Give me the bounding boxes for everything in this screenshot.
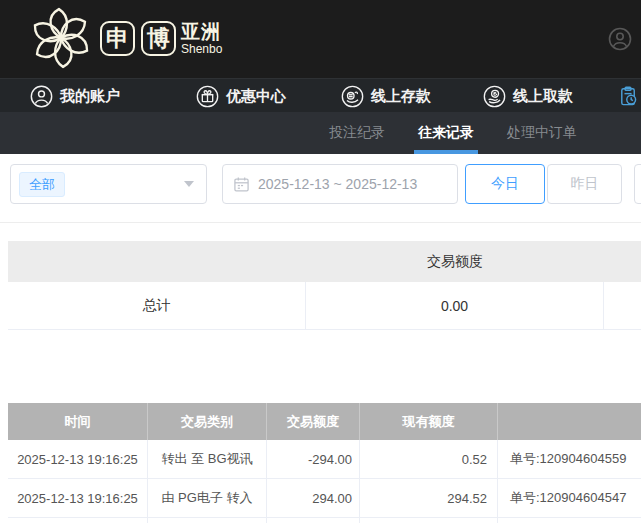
calendar-icon	[233, 176, 250, 193]
gift-icon	[196, 85, 219, 108]
summary-amount-header: 交易额度	[306, 253, 604, 271]
cell-amount: -294.00	[267, 440, 360, 478]
cell-time: 2025-12-13 19:16:25	[8, 440, 148, 478]
nav-item-withdraw[interactable]: 线上取款	[483, 79, 573, 113]
nav-item-deposit[interactable]: 线上存款	[341, 79, 431, 113]
quick-range-button-clipped[interactable]	[634, 164, 641, 204]
col-header-note	[498, 403, 641, 440]
top-header: 申 博 亚洲 Shenbo	[0, 0, 641, 78]
cell-type: 转出 至 BG视讯	[148, 440, 267, 478]
cell-amount: 294.00	[267, 479, 360, 517]
nav-item-my-account[interactable]: 我的账户	[30, 79, 120, 113]
cell-time: 2025-12-13 19:16:25	[8, 479, 148, 517]
selected-filter-tag: 全部	[19, 172, 65, 197]
nav-item-records[interactable]	[617, 79, 640, 113]
brand-region: 亚洲	[181, 22, 222, 41]
summary-total-value: 0.00	[306, 282, 604, 329]
cell-balance: 294.52	[360, 479, 498, 517]
nav-item-label: 优惠中心	[226, 87, 286, 106]
transactions-table: 时间 交易类别 交易额度 现有额度 2025-12-13 19:16:25 转出…	[8, 403, 641, 523]
user-icon	[30, 85, 53, 108]
deposit-icon	[341, 85, 364, 108]
table-row: 2025-12-13 19:16:25 转出 至 BG视讯 -294.00 0.…	[8, 440, 641, 479]
today-button[interactable]: 今日	[465, 164, 545, 204]
account-avatar-icon[interactable]	[608, 27, 632, 51]
table-row-partial	[8, 518, 641, 523]
cell-note: 单号:120904604547	[498, 479, 641, 517]
records-clipboard-clock-icon	[617, 85, 640, 108]
main-nav: 我的账户 优惠中心	[0, 78, 641, 112]
withdraw-icon	[483, 85, 506, 108]
summary-total-row: 总计 0.00	[8, 282, 641, 330]
logo-char-box: 申	[100, 21, 135, 56]
tab-label: 往来记录	[418, 124, 474, 142]
brand-logo[interactable]: 申 博 亚洲 Shenbo	[28, 5, 222, 71]
summary-table: 交易额度 总计 0.00	[8, 241, 641, 330]
page: 申 博 亚洲 Shenbo	[0, 0, 641, 523]
chevron-down-icon	[184, 181, 194, 187]
col-header-type: 交易类别	[148, 403, 267, 440]
table-row: 2025-12-13 19:16:25 由 PG电子 转入 294.00 294…	[8, 479, 641, 518]
tab-pending-orders[interactable]: 处理中订单	[507, 112, 577, 154]
cell-balance: 0.52	[360, 440, 498, 478]
tab-label: 处理中订单	[507, 124, 577, 142]
cell-note: 单号:120904604559	[498, 440, 641, 478]
summary-header-row: 交易额度	[8, 241, 641, 282]
transactions-header-row: 时间 交易类别 交易额度 现有额度	[8, 403, 641, 440]
nav-item-promotions[interactable]: 优惠中心	[196, 79, 286, 113]
nav-item-label: 线上存款	[371, 87, 431, 106]
summary-total-label: 总计	[8, 282, 306, 329]
type-filter-select[interactable]: 全部	[10, 164, 207, 204]
filter-bar: 全部 2025-12-13 ~ 2025-12-13 今日 昨日	[0, 154, 641, 223]
date-range-input[interactable]: 2025-12-13 ~ 2025-12-13	[222, 164, 458, 204]
record-tab-bar: 投注纪录 往来记录 处理中订单	[0, 112, 641, 154]
date-range-value: 2025-12-13 ~ 2025-12-13	[258, 176, 417, 192]
tab-transaction-records[interactable]: 往来记录	[418, 112, 474, 154]
col-header-amount: 交易额度	[267, 403, 360, 440]
col-header-balance: 现有额度	[360, 403, 498, 440]
brand-subtitle: Shenbo	[181, 43, 222, 55]
col-header-time: 时间	[8, 403, 148, 440]
flower-logo-icon	[28, 5, 94, 71]
cell-type: 由 PG电子 转入	[148, 479, 267, 517]
logo-char-box: 博	[141, 21, 176, 56]
yesterday-button[interactable]: 昨日	[547, 164, 622, 204]
tab-label: 投注纪录	[329, 124, 385, 142]
nav-item-label: 线上取款	[513, 87, 573, 106]
nav-item-label: 我的账户	[60, 87, 120, 106]
tab-betting-records[interactable]: 投注纪录	[329, 112, 385, 154]
